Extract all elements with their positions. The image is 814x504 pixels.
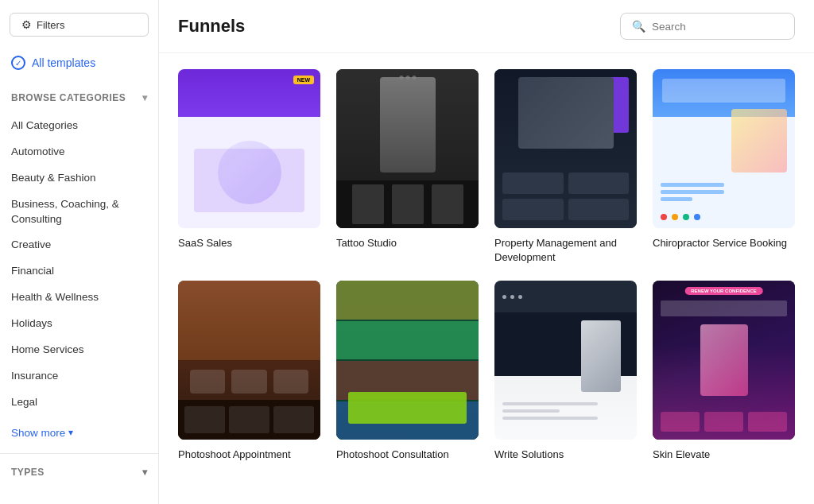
templates-grid: NEW SaaS Sales <box>178 69 795 463</box>
main-content: Funnels 🔍 NEW SaaS Sales <box>159 0 814 504</box>
thumbnail-saas-sales: NEW <box>178 69 320 228</box>
sidebar-item-business[interactable]: Business, Coaching, & Consulting <box>0 192 158 233</box>
template-name-write-solutions: Write Solutions <box>494 448 637 462</box>
circle-check-icon: ✓ <box>11 56 25 70</box>
show-more-label: Show more <box>11 427 65 439</box>
types-label: Types <box>11 467 45 478</box>
template-name-tattoo-studio: Tattoo Studio <box>336 236 479 250</box>
template-card-chiropractor[interactable]: Chiropractor Service Booking <box>653 69 795 265</box>
template-card-skin-elevate[interactable]: RENEW YOUR CONFIDENCE Skin Elevate <box>653 281 795 462</box>
sidebar-item-automotive[interactable]: Automotive <box>0 139 158 165</box>
template-name-chiropractor: Chiropractor Service Booking <box>653 236 795 250</box>
template-card-photoshoot-appt[interactable]: Photoshoot Appointment <box>178 281 320 462</box>
sidebar-item-financial[interactable]: Financial <box>0 258 158 285</box>
show-more-button[interactable]: Show more ▾ <box>0 419 158 447</box>
sidebar-item-legal[interactable]: Legal <box>0 390 158 416</box>
thumbnail-write-solutions <box>494 281 637 440</box>
sidebar-item-creative[interactable]: Creative <box>0 232 158 258</box>
page-title: Funnels <box>178 16 245 37</box>
thumbnail-chiropractor <box>653 69 795 228</box>
filters-label: Filters <box>37 19 64 31</box>
chevron-down-icon: ▾ <box>142 92 148 103</box>
template-card-photoshoot-consult[interactable]: Photoshoot Consultation <box>336 281 479 462</box>
types-header[interactable]: Types ▾ <box>0 460 158 484</box>
sidebar-item-all-categories[interactable]: All Categories <box>0 113 158 139</box>
template-name-property: Property Management and Development <box>494 236 637 265</box>
all-templates-label: All templates <box>32 56 95 69</box>
template-card-property[interactable]: Property Management and Development <box>494 69 637 265</box>
template-name-saas-sales: SaaS Sales <box>178 236 320 250</box>
sidebar-item-home-services[interactable]: Home Services <box>0 337 158 363</box>
thumbnail-tattoo-studio <box>336 69 479 228</box>
template-name-photoshoot-appt: Photoshoot Appointment <box>178 448 320 462</box>
sidebar-item-beauty-fashion[interactable]: Beauty & Fashion <box>0 165 158 192</box>
template-card-write-solutions[interactable]: Write Solutions <box>494 281 637 462</box>
sidebar: ⚙ Filters ✓ All templates Browse Categor… <box>0 0 159 504</box>
chevron-down-icon-types: ▾ <box>142 467 148 478</box>
template-card-saas-sales[interactable]: NEW SaaS Sales <box>178 69 320 265</box>
all-templates-link[interactable]: ✓ All templates <box>0 49 158 76</box>
browse-categories-header[interactable]: Browse Categories ▾ <box>0 86 158 110</box>
browse-categories-label: Browse Categories <box>11 92 126 103</box>
template-name-photoshoot-consult: Photoshoot Consultation <box>336 448 479 462</box>
category-list: All Categories Automotive Beauty & Fashi… <box>0 110 158 419</box>
template-name-skin-elevate: Skin Elevate <box>653 448 795 462</box>
chevron-down-icon: ▾ <box>68 427 73 438</box>
thumbnail-photoshoot-appt <box>178 281 320 440</box>
sidebar-item-health[interactable]: Health & Wellness <box>0 285 158 311</box>
template-card-tattoo-studio[interactable]: Tattoo Studio <box>336 69 479 265</box>
filters-button[interactable]: ⚙ Filters <box>10 13 149 37</box>
search-input[interactable] <box>652 21 783 33</box>
sidebar-item-insurance[interactable]: Insurance <box>0 363 158 390</box>
thumbnail-photoshoot-consult <box>336 281 479 440</box>
filter-icon: ⚙ <box>21 18 32 31</box>
thumbnail-property <box>494 69 637 228</box>
sidebar-item-holidays[interactable]: Holidays <box>0 311 158 337</box>
thumbnail-skin-elevate: RENEW YOUR CONFIDENCE <box>653 281 795 440</box>
sidebar-divider <box>0 453 158 454</box>
main-header: Funnels 🔍 <box>159 0 814 53</box>
search-icon: 🔍 <box>632 20 645 33</box>
search-box[interactable]: 🔍 <box>620 13 795 40</box>
templates-area: NEW SaaS Sales <box>159 53 814 504</box>
